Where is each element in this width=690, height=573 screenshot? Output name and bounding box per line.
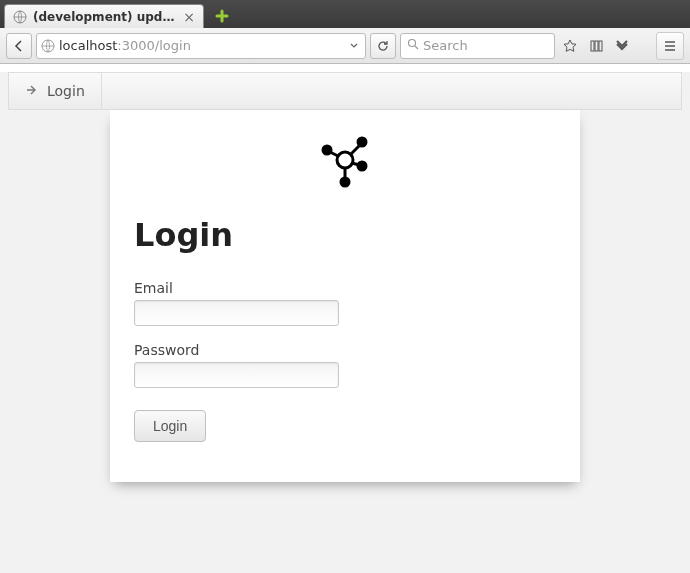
network-icon: [313, 130, 377, 194]
login-arrow-icon: [25, 83, 39, 100]
search-placeholder: Search: [423, 38, 468, 53]
login-button[interactable]: Login: [134, 410, 206, 442]
password-field[interactable]: [134, 362, 339, 388]
svg-rect-5: [599, 41, 602, 51]
search-bar[interactable]: Search: [400, 33, 555, 59]
library-icon[interactable]: [585, 35, 607, 57]
nav-login-link[interactable]: Login: [9, 73, 102, 109]
svg-line-12: [351, 146, 359, 154]
new-tab-button[interactable]: [210, 6, 234, 26]
page-title: Login: [134, 216, 556, 254]
tab-close-icon[interactable]: ×: [183, 9, 195, 25]
url-path: :3000/login: [117, 38, 191, 53]
page-viewport: Login Login Email Password Login: [0, 72, 690, 573]
bookmark-icon[interactable]: [559, 35, 581, 57]
browser-tab-bar: (development) upd89 C... ×: [0, 0, 690, 28]
top-nav: Login: [8, 72, 682, 110]
svg-point-6: [337, 152, 353, 168]
menu-button[interactable]: [656, 32, 684, 60]
svg-line-13: [352, 163, 359, 165]
login-card: Login Email Password Login: [110, 110, 580, 482]
password-label: Password: [134, 342, 556, 358]
svg-point-2: [409, 40, 416, 47]
overflow-icon[interactable]: [611, 35, 633, 57]
url-text: localhost:3000/login: [59, 38, 347, 53]
svg-rect-3: [591, 41, 594, 51]
svg-point-10: [340, 177, 351, 188]
email-field[interactable]: [134, 300, 339, 326]
url-dropdown-icon[interactable]: [347, 38, 361, 53]
globe-icon: [41, 39, 55, 53]
reload-button[interactable]: [370, 33, 396, 59]
nav-login-label: Login: [47, 83, 85, 99]
email-label: Email: [134, 280, 556, 296]
browser-toolbar: localhost:3000/login Search: [0, 28, 690, 64]
browser-tab[interactable]: (development) upd89 C... ×: [4, 4, 204, 28]
url-bar[interactable]: localhost:3000/login: [36, 33, 366, 59]
url-host: localhost: [59, 38, 117, 53]
search-icon: [407, 38, 419, 53]
tab-favicon-icon: [13, 10, 27, 24]
svg-rect-4: [595, 41, 598, 51]
app-logo: [134, 124, 556, 206]
back-button[interactable]: [6, 33, 32, 59]
tab-title: (development) upd89 C...: [33, 10, 177, 24]
svg-line-11: [330, 152, 338, 156]
